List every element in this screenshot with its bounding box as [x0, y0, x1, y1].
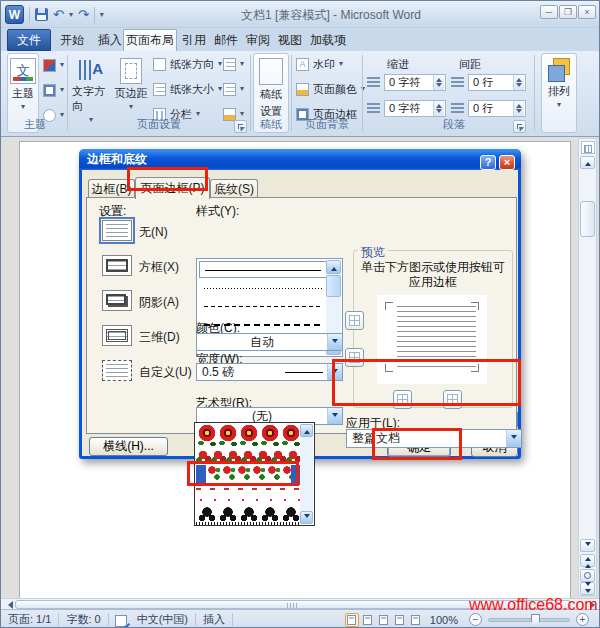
vertical-scrollbar[interactable] — [578, 138, 597, 596]
tab-insert[interactable]: 插入 — [93, 29, 127, 51]
draft-view-icon[interactable] — [409, 613, 423, 627]
color-combobox[interactable]: 自动 — [196, 333, 343, 351]
line-numbers-button[interactable]: ▾ — [223, 80, 244, 98]
horizontal-line-button[interactable]: 横线(H)... — [89, 437, 168, 456]
word-count[interactable]: 字数: 0 — [59, 612, 107, 627]
width-combobox[interactable]: 0.5 磅 — [196, 363, 343, 381]
zoom-out-icon[interactable]: − — [469, 613, 482, 626]
style-option-dashed-small[interactable] — [199, 298, 327, 315]
tab-shading[interactable]: 底纹(S) — [210, 179, 258, 198]
indent-right-spin-arrows[interactable] — [433, 101, 444, 116]
art-style-option-black-flowers[interactable] — [196, 506, 301, 526]
tab-page-layout[interactable]: 页面布局 — [123, 29, 177, 51]
setting-shadow-label[interactable]: 阴影(A) — [139, 294, 179, 311]
next-page-icon[interactable] — [580, 582, 595, 595]
print-layout-view-icon[interactable] — [345, 613, 359, 627]
tab-file[interactable]: 文件 — [7, 29, 51, 51]
tab-mailings[interactable]: 邮件 — [211, 29, 241, 51]
setting-box-label[interactable]: 方框(X) — [139, 259, 179, 276]
breaks-button[interactable]: ▾ — [223, 55, 244, 73]
manuscript-grid-icon — [259, 58, 283, 85]
web-layout-view-icon[interactable] — [377, 613, 391, 627]
style-option-solid[interactable] — [199, 261, 327, 278]
zoom-level[interactable]: 100% — [423, 614, 465, 626]
theme-fonts-button[interactable]: ▾ — [43, 81, 64, 99]
spacing-after-spin-arrows[interactable] — [513, 101, 524, 116]
indent-left-spin-arrows[interactable] — [433, 75, 444, 90]
paragraph-dialog-launcher[interactable] — [513, 120, 526, 133]
scroll-up-icon[interactable] — [580, 156, 595, 169]
art-style-option-sparse-red[interactable] — [196, 485, 301, 506]
zoom-slider-handle[interactable] — [531, 614, 540, 627]
quick-access-toolbar: W ↶ ▾ ↷ ▾ — [5, 4, 104, 25]
select-browse-object-icon[interactable] — [580, 569, 595, 582]
setting-none-icon[interactable] — [102, 220, 132, 241]
dialog-close-icon[interactable]: × — [499, 155, 515, 170]
spacing-before-spinner[interactable]: 0 行 — [468, 74, 526, 91]
tab-home[interactable]: 开始 — [53, 29, 91, 51]
scroll-down-icon[interactable] — [580, 539, 595, 552]
style-scroll-up-icon[interactable] — [326, 260, 341, 274]
page-indicator[interactable]: 页面: 1/1 — [1, 612, 58, 627]
undo-dropdown-icon[interactable]: ▾ — [69, 10, 73, 19]
style-option-dotted[interactable] — [199, 280, 327, 297]
art-scroll-down-icon[interactable] — [300, 511, 313, 524]
page-color-button[interactable]: 页面颜色 ▾ — [296, 80, 365, 98]
tab-review[interactable]: 审阅 — [243, 29, 273, 51]
scroll-left-icon[interactable] — [2, 600, 14, 609]
vertical-scroll-thumb[interactable] — [580, 201, 595, 237]
tab-references[interactable]: 引用 — [179, 29, 209, 51]
art-list-scrollbar[interactable] — [300, 424, 313, 524]
fullscreen-reading-view-icon[interactable] — [361, 613, 375, 627]
art-scroll-up-icon[interactable] — [300, 424, 313, 437]
indent-right-spinner[interactable]: 0 字符 — [384, 100, 446, 117]
setting-3d-icon[interactable] — [102, 325, 132, 346]
spacing-after-spinner[interactable]: 0 行 — [468, 100, 526, 117]
borders-shading-dialog: 边框和底纹 ? × 边框(B) 页面边框(P) 底纹(S) 设置: 无(N) 方… — [79, 149, 521, 459]
color-dropdown-icon[interactable] — [327, 334, 342, 350]
indent-left-spinner[interactable]: 0 字符 — [384, 74, 446, 91]
undo-icon[interactable]: ↶ — [53, 8, 64, 21]
theme-colors-dropdown-icon: ▾ — [60, 61, 64, 69]
paper-size-button[interactable]: 纸张大小 ▾ — [153, 80, 222, 98]
indent-left-icon — [367, 77, 380, 88]
setting-custom-label[interactable]: 自定义(U) — [139, 364, 192, 381]
insert-mode[interactable]: 插入 — [196, 612, 232, 627]
setting-box-icon[interactable] — [102, 255, 132, 276]
arrange-button[interactable]: 排列 ▾ — [541, 53, 577, 133]
close-button[interactable]: × — [578, 5, 596, 19]
outline-view-icon[interactable] — [393, 613, 407, 627]
page-setup-dialog-launcher[interactable] — [234, 120, 247, 133]
paper-size-label: 纸张大小 — [170, 82, 214, 97]
watermark-button[interactable]: A 水印 ▾ — [296, 55, 343, 73]
art-dropdown-icon[interactable] — [327, 408, 342, 424]
spacing-before-spin-arrows[interactable] — [513, 75, 524, 90]
language-indicator[interactable]: 中文(中国) — [130, 612, 195, 627]
setting-none-label[interactable]: 无(N) — [139, 224, 168, 241]
restore-button[interactable]: ❐ — [559, 5, 577, 19]
dialog-help-icon[interactable]: ? — [480, 155, 496, 170]
ruler-toggle-icon[interactable] — [581, 141, 595, 154]
qat-customize-icon[interactable]: ▾ — [100, 10, 104, 19]
orientation-button[interactable]: 纸张方向 ▾ — [153, 55, 222, 73]
setting-3d-label[interactable]: 三维(D) — [139, 329, 180, 346]
preview-top-border-button[interactable] — [345, 311, 364, 330]
text-direction-label: 文字方向 — [72, 84, 110, 114]
zoom-in-icon[interactable]: + — [576, 613, 589, 626]
apply-to-dropdown-icon[interactable] — [506, 430, 521, 447]
theme-colors-button[interactable]: ▾ — [43, 56, 64, 74]
word-logo-icon[interactable]: W — [5, 5, 24, 24]
style-scroll-thumb[interactable] — [326, 275, 341, 297]
tab-view[interactable]: 视图 — [275, 29, 305, 51]
site-link: www.office68.com — [469, 596, 598, 614]
setting-custom-icon[interactable] — [102, 360, 132, 381]
art-style-option-poppies[interactable] — [196, 424, 301, 450]
setting-shadow-icon[interactable] — [102, 290, 132, 311]
redo-icon[interactable]: ↷ — [78, 8, 89, 21]
tab-addins[interactable]: 加载项 — [307, 29, 349, 51]
previous-page-icon[interactable] — [580, 554, 595, 567]
save-icon[interactable] — [35, 8, 48, 21]
spellcheck-icon[interactable] — [115, 613, 130, 627]
zoom-slider-track[interactable] — [488, 618, 570, 622]
minimize-button[interactable]: ─ — [540, 5, 558, 19]
